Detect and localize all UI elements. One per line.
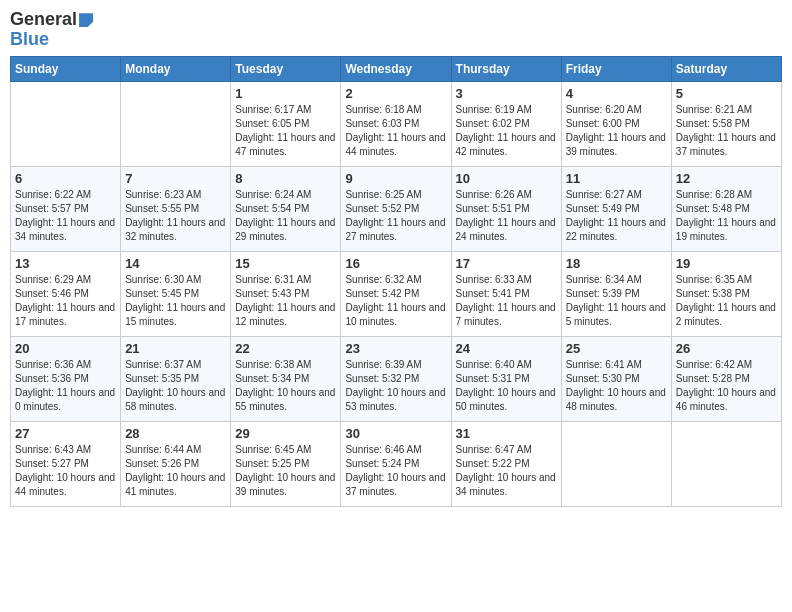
day-info: Sunrise: 6:32 AM Sunset: 5:42 PM Dayligh… — [345, 273, 446, 329]
day-info: Sunrise: 6:31 AM Sunset: 5:43 PM Dayligh… — [235, 273, 336, 329]
day-info: Sunrise: 6:25 AM Sunset: 5:52 PM Dayligh… — [345, 188, 446, 244]
day-cell: 1Sunrise: 6:17 AM Sunset: 6:05 PM Daylig… — [231, 81, 341, 166]
day-info: Sunrise: 6:26 AM Sunset: 5:51 PM Dayligh… — [456, 188, 557, 244]
day-number: 11 — [566, 171, 667, 186]
day-number: 23 — [345, 341, 446, 356]
day-number: 28 — [125, 426, 226, 441]
day-number: 6 — [15, 171, 116, 186]
week-row-5: 27Sunrise: 6:43 AM Sunset: 5:27 PM Dayli… — [11, 421, 782, 506]
day-cell — [671, 421, 781, 506]
day-info: Sunrise: 6:47 AM Sunset: 5:22 PM Dayligh… — [456, 443, 557, 499]
day-number: 25 — [566, 341, 667, 356]
day-cell: 23Sunrise: 6:39 AM Sunset: 5:32 PM Dayli… — [341, 336, 451, 421]
day-cell: 12Sunrise: 6:28 AM Sunset: 5:48 PM Dayli… — [671, 166, 781, 251]
day-info: Sunrise: 6:34 AM Sunset: 5:39 PM Dayligh… — [566, 273, 667, 329]
day-number: 22 — [235, 341, 336, 356]
day-cell: 14Sunrise: 6:30 AM Sunset: 5:45 PM Dayli… — [121, 251, 231, 336]
day-cell: 31Sunrise: 6:47 AM Sunset: 5:22 PM Dayli… — [451, 421, 561, 506]
day-number: 21 — [125, 341, 226, 356]
day-cell: 10Sunrise: 6:26 AM Sunset: 5:51 PM Dayli… — [451, 166, 561, 251]
day-info: Sunrise: 6:37 AM Sunset: 5:35 PM Dayligh… — [125, 358, 226, 414]
day-cell: 8Sunrise: 6:24 AM Sunset: 5:54 PM Daylig… — [231, 166, 341, 251]
day-number: 12 — [676, 171, 777, 186]
day-info: Sunrise: 6:24 AM Sunset: 5:54 PM Dayligh… — [235, 188, 336, 244]
day-number: 19 — [676, 256, 777, 271]
logo-general: General — [10, 9, 77, 29]
day-cell: 29Sunrise: 6:45 AM Sunset: 5:25 PM Dayli… — [231, 421, 341, 506]
header-row: SundayMondayTuesdayWednesdayThursdayFrid… — [11, 56, 782, 81]
day-number: 14 — [125, 256, 226, 271]
day-cell: 5Sunrise: 6:21 AM Sunset: 5:58 PM Daylig… — [671, 81, 781, 166]
day-cell: 2Sunrise: 6:18 AM Sunset: 6:03 PM Daylig… — [341, 81, 451, 166]
col-header-friday: Friday — [561, 56, 671, 81]
day-number: 7 — [125, 171, 226, 186]
day-number: 30 — [345, 426, 446, 441]
calendar-table: SundayMondayTuesdayWednesdayThursdayFrid… — [10, 56, 782, 507]
day-cell: 20Sunrise: 6:36 AM Sunset: 5:36 PM Dayli… — [11, 336, 121, 421]
logo-icon — [79, 13, 93, 27]
day-info: Sunrise: 6:27 AM Sunset: 5:49 PM Dayligh… — [566, 188, 667, 244]
day-info: Sunrise: 6:36 AM Sunset: 5:36 PM Dayligh… — [15, 358, 116, 414]
day-number: 24 — [456, 341, 557, 356]
day-info: Sunrise: 6:45 AM Sunset: 5:25 PM Dayligh… — [235, 443, 336, 499]
day-number: 13 — [15, 256, 116, 271]
day-info: Sunrise: 6:23 AM Sunset: 5:55 PM Dayligh… — [125, 188, 226, 244]
col-header-wednesday: Wednesday — [341, 56, 451, 81]
day-cell: 22Sunrise: 6:38 AM Sunset: 5:34 PM Dayli… — [231, 336, 341, 421]
day-cell: 30Sunrise: 6:46 AM Sunset: 5:24 PM Dayli… — [341, 421, 451, 506]
day-info: Sunrise: 6:22 AM Sunset: 5:57 PM Dayligh… — [15, 188, 116, 244]
day-cell: 17Sunrise: 6:33 AM Sunset: 5:41 PM Dayli… — [451, 251, 561, 336]
day-cell: 21Sunrise: 6:37 AM Sunset: 5:35 PM Dayli… — [121, 336, 231, 421]
day-cell: 9Sunrise: 6:25 AM Sunset: 5:52 PM Daylig… — [341, 166, 451, 251]
day-info: Sunrise: 6:28 AM Sunset: 5:48 PM Dayligh… — [676, 188, 777, 244]
day-info: Sunrise: 6:33 AM Sunset: 5:41 PM Dayligh… — [456, 273, 557, 329]
day-number: 18 — [566, 256, 667, 271]
day-number: 15 — [235, 256, 336, 271]
day-cell: 6Sunrise: 6:22 AM Sunset: 5:57 PM Daylig… — [11, 166, 121, 251]
day-cell: 26Sunrise: 6:42 AM Sunset: 5:28 PM Dayli… — [671, 336, 781, 421]
day-info: Sunrise: 6:17 AM Sunset: 6:05 PM Dayligh… — [235, 103, 336, 159]
day-number: 17 — [456, 256, 557, 271]
day-cell: 3Sunrise: 6:19 AM Sunset: 6:02 PM Daylig… — [451, 81, 561, 166]
day-info: Sunrise: 6:18 AM Sunset: 6:03 PM Dayligh… — [345, 103, 446, 159]
day-cell: 27Sunrise: 6:43 AM Sunset: 5:27 PM Dayli… — [11, 421, 121, 506]
day-number: 5 — [676, 86, 777, 101]
day-number: 1 — [235, 86, 336, 101]
day-number: 9 — [345, 171, 446, 186]
day-cell: 18Sunrise: 6:34 AM Sunset: 5:39 PM Dayli… — [561, 251, 671, 336]
week-row-2: 6Sunrise: 6:22 AM Sunset: 5:57 PM Daylig… — [11, 166, 782, 251]
day-info: Sunrise: 6:46 AM Sunset: 5:24 PM Dayligh… — [345, 443, 446, 499]
day-number: 3 — [456, 86, 557, 101]
day-info: Sunrise: 6:42 AM Sunset: 5:28 PM Dayligh… — [676, 358, 777, 414]
week-row-3: 13Sunrise: 6:29 AM Sunset: 5:46 PM Dayli… — [11, 251, 782, 336]
day-info: Sunrise: 6:19 AM Sunset: 6:02 PM Dayligh… — [456, 103, 557, 159]
day-info: Sunrise: 6:40 AM Sunset: 5:31 PM Dayligh… — [456, 358, 557, 414]
week-row-1: 1Sunrise: 6:17 AM Sunset: 6:05 PM Daylig… — [11, 81, 782, 166]
day-info: Sunrise: 6:38 AM Sunset: 5:34 PM Dayligh… — [235, 358, 336, 414]
day-info: Sunrise: 6:44 AM Sunset: 5:26 PM Dayligh… — [125, 443, 226, 499]
day-info: Sunrise: 6:30 AM Sunset: 5:45 PM Dayligh… — [125, 273, 226, 329]
day-number: 8 — [235, 171, 336, 186]
day-cell: 19Sunrise: 6:35 AM Sunset: 5:38 PM Dayli… — [671, 251, 781, 336]
day-cell — [121, 81, 231, 166]
day-info: Sunrise: 6:43 AM Sunset: 5:27 PM Dayligh… — [15, 443, 116, 499]
day-cell — [561, 421, 671, 506]
col-header-tuesday: Tuesday — [231, 56, 341, 81]
day-number: 2 — [345, 86, 446, 101]
day-number: 29 — [235, 426, 336, 441]
day-cell: 4Sunrise: 6:20 AM Sunset: 6:00 PM Daylig… — [561, 81, 671, 166]
day-number: 16 — [345, 256, 446, 271]
day-number: 10 — [456, 171, 557, 186]
day-cell: 13Sunrise: 6:29 AM Sunset: 5:46 PM Dayli… — [11, 251, 121, 336]
day-cell: 15Sunrise: 6:31 AM Sunset: 5:43 PM Dayli… — [231, 251, 341, 336]
col-header-monday: Monday — [121, 56, 231, 81]
day-number: 27 — [15, 426, 116, 441]
day-info: Sunrise: 6:41 AM Sunset: 5:30 PM Dayligh… — [566, 358, 667, 414]
page-header: General Blue — [10, 10, 782, 50]
day-number: 31 — [456, 426, 557, 441]
day-info: Sunrise: 6:20 AM Sunset: 6:00 PM Dayligh… — [566, 103, 667, 159]
col-header-saturday: Saturday — [671, 56, 781, 81]
day-cell: 24Sunrise: 6:40 AM Sunset: 5:31 PM Dayli… — [451, 336, 561, 421]
day-number: 26 — [676, 341, 777, 356]
day-cell: 7Sunrise: 6:23 AM Sunset: 5:55 PM Daylig… — [121, 166, 231, 251]
